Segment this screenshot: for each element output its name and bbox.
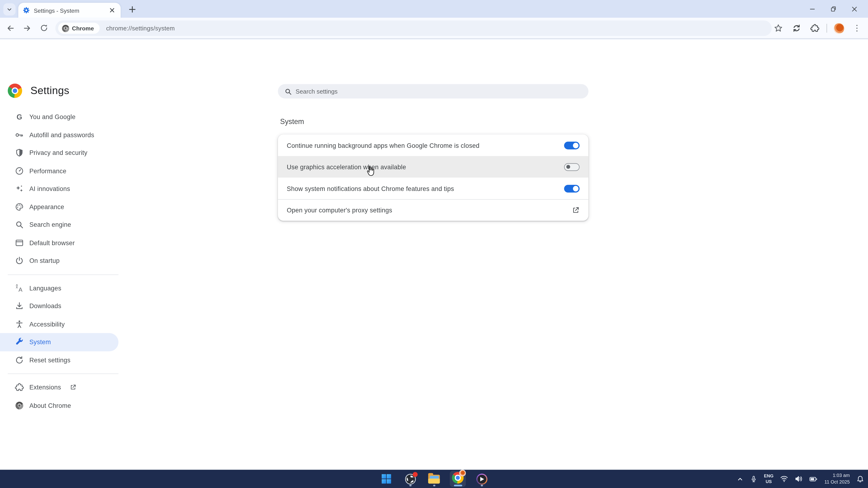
taskbar-app-chrome[interactable] (450, 471, 466, 487)
shield-icon (15, 149, 24, 158)
close-window-button[interactable] (844, 1, 865, 17)
profile-badge (459, 470, 466, 477)
sidebar-divider (8, 373, 118, 374)
tab-close-button[interactable] (107, 6, 116, 15)
toggle-system-notifications[interactable] (564, 185, 580, 192)
mouse-cursor (365, 165, 375, 177)
close-icon (110, 8, 115, 13)
chevron-down-icon (7, 7, 12, 12)
sidebar-item-performance[interactable]: Performance (0, 162, 118, 180)
browser-tab[interactable]: Settings - System (18, 3, 121, 18)
battery-icon[interactable] (809, 476, 818, 482)
tray-date: 11 Oct 2025 (824, 479, 849, 485)
sidebar-item-privacy[interactable]: Privacy and security (0, 144, 118, 162)
setting-row-background-apps[interactable]: Continue running background apps when Go… (278, 134, 588, 156)
tab-title: Settings - System (34, 7, 107, 13)
site-chip-label: Chrome (72, 25, 94, 32)
forward-button[interactable] (20, 21, 34, 35)
browser-menu-button[interactable] (850, 22, 864, 35)
tab-search-button[interactable] (3, 3, 16, 15)
reload-icon (40, 24, 48, 32)
language-indicator[interactable]: ENG US (764, 474, 774, 484)
sidebar-item-accessibility[interactable]: Accessibility (0, 315, 118, 333)
obs-icon (405, 474, 416, 484)
sidebar-item-downloads[interactable]: Downloads (0, 297, 118, 315)
settings-header: Settings (8, 84, 69, 98)
search-icon (284, 88, 292, 95)
sidebar-divider (8, 274, 118, 275)
address-bar[interactable]: Chrome chrome://settings/system (55, 21, 772, 36)
new-tab-button[interactable] (126, 3, 138, 15)
speedometer-icon (15, 166, 24, 175)
svg-text:A: A (19, 286, 23, 293)
chrome-window: Settings - System (0, 0, 868, 488)
running-indicator (433, 484, 435, 486)
toggle-background-apps[interactable] (564, 141, 580, 149)
notification-bell-icon[interactable] (857, 475, 864, 483)
google-g-icon: G (15, 112, 24, 121)
sidebar-item-appearance[interactable]: Appearance (0, 198, 118, 216)
bookmark-star-button[interactable] (772, 22, 785, 35)
sync-icon (792, 24, 801, 33)
site-chip[interactable]: Chrome (58, 23, 99, 34)
setting-row-graphics-acceleration[interactable]: Use graphics acceleration when available (278, 156, 588, 178)
chrome-logo (8, 84, 22, 98)
sidebar-item-you-and-google[interactable]: G You and Google (0, 108, 118, 126)
start-button[interactable] (378, 471, 394, 487)
tray-chevron-up-icon[interactable] (737, 476, 743, 482)
sidebar-item-autofill[interactable]: Autofill and passwords (0, 126, 118, 144)
recording-badge (412, 472, 417, 477)
wifi-icon[interactable] (780, 475, 788, 483)
sidebar-item-search-engine[interactable]: Search engine (0, 216, 118, 234)
sidebar-item-on-startup[interactable]: On startup (0, 252, 118, 270)
plus-icon (129, 6, 135, 13)
sidebar-item-reset-settings[interactable]: Reset settings (0, 351, 118, 369)
key-icon (15, 130, 24, 139)
taskbar-app-file-explorer[interactable] (426, 471, 442, 487)
power-icon (15, 256, 24, 265)
setting-row-system-notifications[interactable]: Show system notifications about Chrome f… (278, 177, 588, 199)
speaker-icon[interactable] (795, 475, 803, 483)
forward-arrow-icon (23, 24, 32, 33)
close-icon (851, 6, 857, 12)
toggle-graphics-acceleration[interactable] (564, 163, 580, 171)
restore-icon (830, 6, 836, 12)
back-arrow-icon (6, 24, 15, 33)
sidebar-item-about-chrome[interactable]: About Chrome (0, 396, 118, 415)
windows-taskbar: ENG US 1:03 am 11 Oct 2025 (0, 470, 868, 488)
search-input[interactable] (296, 88, 582, 95)
external-link-icon (572, 206, 580, 214)
restore-button[interactable] (823, 1, 844, 17)
sidebar-item-languages[interactable]: xA Languages (0, 279, 118, 297)
browser-window-icon (15, 238, 24, 247)
translate-icon: xA (15, 284, 24, 293)
puzzle-icon (15, 383, 24, 392)
settings-search[interactable] (278, 84, 588, 99)
toolbar-actions (772, 20, 864, 36)
sidebar-item-ai-innovations[interactable]: AI innovations (0, 180, 118, 198)
profile-avatar[interactable] (832, 22, 845, 35)
setting-row-proxy[interactable]: Open your computer's proxy settings (278, 199, 588, 221)
browser-toolbar: Chrome chrome://settings/system (0, 18, 868, 39)
settings-page: Settings G You and Google Autofill and p… (0, 39, 868, 470)
sparkle-icon (15, 184, 24, 193)
microphone-icon[interactable] (750, 475, 757, 483)
taskbar-app-media-player[interactable] (474, 471, 490, 487)
sidebar-item-default-browser[interactable]: Default browser (0, 234, 118, 252)
sync-button[interactable] (790, 22, 803, 35)
running-indicator (480, 484, 483, 486)
system-tray: ENG US 1:03 am 11 Oct 2025 (737, 470, 864, 488)
chrome-mono-icon (62, 25, 69, 32)
clock[interactable]: 1:03 am 11 Oct 2025 (824, 473, 849, 485)
external-link-icon (70, 384, 76, 391)
sidebar-item-extensions[interactable]: Extensions (0, 379, 118, 396)
file-explorer-icon (428, 475, 440, 484)
active-indicator (454, 484, 462, 486)
back-button[interactable] (3, 21, 18, 35)
section-title: System (280, 118, 304, 126)
sidebar-item-system[interactable]: System (0, 333, 118, 351)
minimize-button[interactable] (802, 1, 823, 17)
extensions-button[interactable] (808, 22, 822, 35)
taskbar-app-obs[interactable] (402, 471, 418, 487)
reload-button[interactable] (36, 21, 51, 35)
